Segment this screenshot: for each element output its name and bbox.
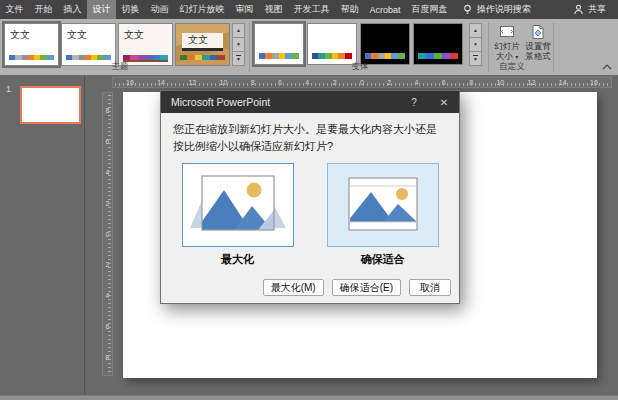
ensure-fit-illustration <box>335 172 431 238</box>
cancel-button[interactable]: 取消 <box>409 279 451 296</box>
tell-me-search[interactable]: 操作说明搜索 <box>453 0 540 19</box>
maximize-illustration <box>190 172 286 238</box>
option-ensure-fit: 确保适合 <box>327 163 439 267</box>
variants-scroll-up-icon[interactable]: ▲ <box>469 23 482 38</box>
ribbon-tab[interactable]: 设计 <box>87 0 116 19</box>
ribbon-tabs: 文件开始插入设计切换动画幻灯片放映审阅视图开发工具帮助Acrobat百度网盘 <box>0 0 453 19</box>
dialog-close-icon[interactable]: ✕ <box>429 91 459 113</box>
person-icon <box>573 4 584 15</box>
slide-panel-divider[interactable] <box>84 75 85 396</box>
dialog-buttons: 最大化(M) 确保适合(E) 取消 <box>263 279 451 296</box>
ensure-fit-button[interactable]: 确保适合(E) <box>332 279 401 296</box>
theme-color-swatches <box>9 55 54 60</box>
customize-group-label: 自定义 <box>480 61 544 73</box>
collapse-ribbon-icon[interactable] <box>601 62 613 72</box>
ribbon-tab[interactable]: 视图 <box>259 0 288 19</box>
variants-scroll-down-icon[interactable]: ▼ <box>469 37 482 52</box>
theme-sample-text: 文文 <box>119 24 172 42</box>
chevron-down-icon: ▾ <box>515 54 518 60</box>
status-bar <box>0 395 618 400</box>
themes-scroll-up-icon[interactable]: ▲ <box>232 23 245 38</box>
ribbon-tab[interactable]: 插入 <box>58 0 87 19</box>
dialog-title: Microsoft PowerPoint <box>171 96 270 108</box>
format-background-icon <box>530 24 546 40</box>
vertical-ruler: 864202468 <box>102 92 113 376</box>
variants-group-label: 变体 <box>300 61 420 73</box>
horizontal-ruler: 1614121086420246810121416 <box>112 77 612 88</box>
theme-sample-text: 文文 <box>188 33 208 47</box>
theme-thumbnail-1[interactable]: 文文 <box>4 23 59 66</box>
theme-color-swatches <box>66 55 111 60</box>
option-maximize-card[interactable] <box>182 163 294 247</box>
dialog-title-bar[interactable]: Microsoft PowerPoint ? ✕ <box>161 91 459 113</box>
variant-color-swatches <box>365 53 405 59</box>
dialog-message: 您正在缩放到新幻灯片大小。是要最大化内容大小还是按比例缩小以确保适应新幻灯片? <box>161 113 459 154</box>
option-maximize-label: 最大化 <box>182 252 294 267</box>
ruler-ticks <box>115 83 609 86</box>
ribbon-tab[interactable]: 切换 <box>116 0 145 19</box>
ribbon-tab[interactable]: 百度网盘 <box>406 0 453 19</box>
theme-color-swatches <box>180 55 225 60</box>
variant-thumbnail-4[interactable] <box>413 23 463 65</box>
theme-sample-text: 文文 <box>62 24 115 42</box>
dialog-help-icon[interactable]: ? <box>399 91 429 113</box>
group-separator <box>249 22 250 72</box>
option-ensure-fit-card[interactable] <box>327 163 439 247</box>
variant-thumbnail-3[interactable] <box>360 23 410 65</box>
ribbon-tab[interactable]: 幻灯片放映 <box>174 0 230 19</box>
option-maximize: 最大化 <box>182 163 294 267</box>
ribbon-tab[interactable]: 文件 <box>0 0 29 19</box>
powerpoint-window: 文件开始插入设计切换动画幻灯片放映审阅视图开发工具帮助Acrobat百度网盘 操… <box>0 0 618 400</box>
share-label: 共享 <box>588 3 606 16</box>
option-ensure-fit-label: 确保适合 <box>327 252 439 267</box>
ribbon-tab[interactable]: 动画 <box>145 0 174 19</box>
theme-thumbnail-3[interactable]: 文文 <box>118 23 173 66</box>
scale-dialog: Microsoft PowerPoint ? ✕ 您正在缩放到新幻灯片大小。是要… <box>160 90 460 304</box>
variants-gallery-scroll: ▲ ▼ ▼ <box>469 23 482 66</box>
variant-thumbnail-1[interactable] <box>254 23 304 65</box>
themes-gallery-more-icon[interactable]: ▼ <box>232 51 245 66</box>
dialog-options: 最大化 确保适合 <box>161 163 459 267</box>
themes-gallery-scroll: ▲ ▼ ▼ <box>232 23 245 66</box>
group-separator <box>553 22 554 72</box>
ribbon-tab[interactable]: 开发工具 <box>288 0 335 19</box>
slide-thumbnail[interactable] <box>20 86 81 124</box>
variant-color-swatches <box>259 53 299 59</box>
ribbon: 文文 文文 文文 文文 ▲ ▼ ▼ 主题 ▲ ▼ ▼ <box>0 19 618 75</box>
maximize-button[interactable]: 最大化(M) <box>263 279 324 296</box>
variant-color-swatches <box>312 53 352 59</box>
ribbon-tab-bar: 文件开始插入设计切换动画幻灯片放映审阅视图开发工具帮助Acrobat百度网盘 操… <box>0 0 618 19</box>
variant-color-swatches <box>418 53 458 59</box>
tell-me-label: 操作说明搜索 <box>477 3 531 16</box>
share-button[interactable]: 共享 <box>561 0 618 19</box>
themes-group-label: 主题 <box>60 61 180 73</box>
ribbon-tab[interactable]: 开始 <box>29 0 58 19</box>
slide-number: 1 <box>6 84 11 94</box>
variant-thumbnail-2[interactable] <box>307 23 357 65</box>
ribbon-tab[interactable]: Acrobat <box>364 0 406 19</box>
ribbon-tab[interactable]: 审阅 <box>230 0 259 19</box>
format-background-label: 设置背景格式 <box>523 42 553 61</box>
ruler-ticks <box>108 95 111 373</box>
slide-size-icon <box>499 24 515 40</box>
lightbulb-icon <box>462 4 473 15</box>
theme-thumbnail-4[interactable]: 文文 <box>175 23 230 66</box>
theme-sample-text: 文文 <box>5 24 58 42</box>
theme-thumbnail-2[interactable]: 文文 <box>61 23 116 66</box>
themes-scroll-down-icon[interactable]: ▼ <box>232 37 245 52</box>
ribbon-tab[interactable]: 帮助 <box>335 0 364 19</box>
